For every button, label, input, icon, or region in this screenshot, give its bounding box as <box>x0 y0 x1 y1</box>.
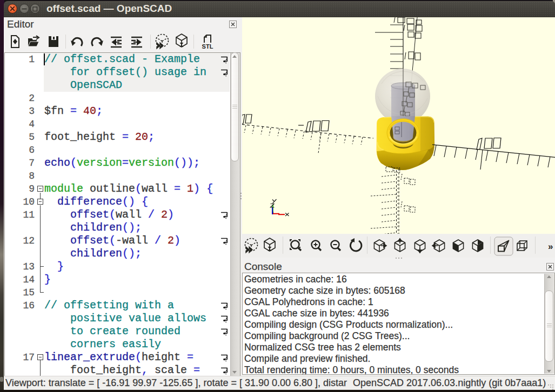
svg-text:»: » <box>548 241 553 252</box>
